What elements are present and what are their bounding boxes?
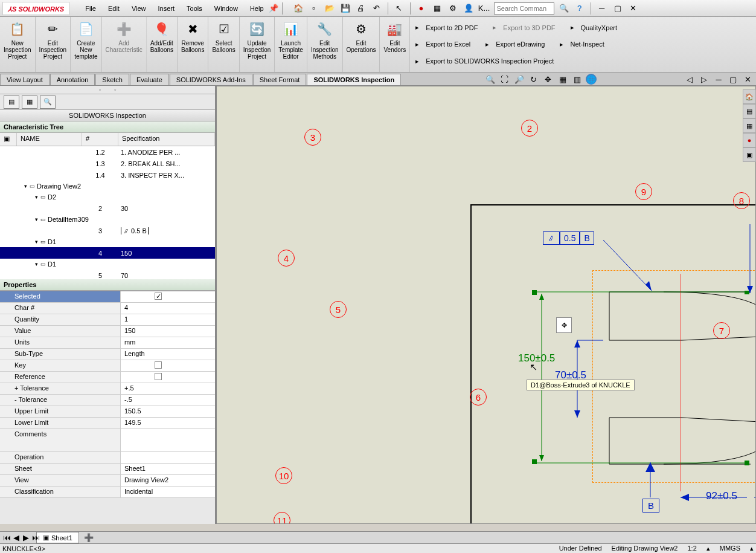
tab-sketch[interactable]: Sketch [95,74,129,85]
ribbon-launch[interactable]: 📊LaunchTemplateEditor [275,17,307,72]
ribbon-new[interactable]: 📋NewInspectionProject [0,17,36,72]
prop-row-subtype[interactable]: Sub-TypeLength [0,349,215,360]
ribbon-create[interactable]: 📄CreateNewtemplate [71,17,101,72]
ribbon-remove[interactable]: ✖RemoveBalloons [178,17,208,72]
add-sheet-icon[interactable]: ➕ [83,532,95,544]
minimize-icon[interactable]: ─ [596,2,608,15]
save-icon[interactable]: 💾 [339,2,351,15]
balloon-4[interactable]: 4 [278,250,295,267]
tab-evaluate[interactable]: Evaluate [130,74,169,85]
menu-insert[interactable]: Insert [156,4,178,13]
win-min-icon[interactable]: ─ [713,73,725,85]
ribbon-link-export-to-solidworks-inspection-project[interactable]: ▸Export to SOLIDWORKS Inspection Project [412,56,554,66]
ribbon-edit[interactable]: ⚙EditOperations [343,17,380,72]
balloon-10[interactable]: 10 [275,467,292,484]
rt-prop-icon[interactable]: ▦ [743,118,756,133]
prop-row-value[interactable]: Value150 [0,326,215,337]
tree-row[interactable]: 570 [0,270,215,279]
k-button[interactable]: K... [478,2,490,15]
home-icon[interactable]: 🏠 [292,2,304,15]
ribbon-edit[interactable]: 🔧EditInspectionMethods [307,17,343,72]
tab-view-layout[interactable]: View Layout [0,74,50,85]
win-max-icon[interactable]: ▢ [727,73,739,85]
tree-group[interactable]: ▾▭DetailItem309 [0,214,215,225]
prop-row-key[interactable]: Key [0,360,215,372]
balloon-5[interactable]: 5 [330,301,347,318]
menu-help[interactable]: Help [248,4,266,13]
prop-row-tolerance[interactable]: + Tolerance+.5 [0,383,215,395]
tab-next-icon[interactable]: ▶ [22,532,30,544]
close-icon[interactable]: ✕ [627,2,639,15]
tab-prev-icon[interactable]: ◀ [12,532,21,544]
sheet-tab[interactable]: ▣ Sheet1 [36,532,79,543]
ribbon-edit[interactable]: ✏EditInspectionProject [36,17,71,72]
prop-row-lowerlimit[interactable]: Lower Limit149.5 [0,418,215,429]
view2-icon[interactable]: ▥ [571,73,583,85]
ribbon-link-export-to-2d-pdf[interactable]: ▸Export to 2D PDF [412,23,478,33]
help-icon[interactable]: ? [574,2,586,15]
pan-icon[interactable]: ✥ [542,73,554,85]
balloon-3[interactable]: 3 [304,129,321,146]
panel-tab-list[interactable]: ▦ [22,95,37,109]
settings-icon[interactable]: ⚙ [447,2,459,15]
view-icon[interactable]: ▦ [557,73,569,85]
move-handle-icon[interactable]: ✥ [556,317,572,333]
pin-icon[interactable]: 📌 [267,2,280,15]
tree-row[interactable]: 4150 [0,247,215,259]
status-units[interactable]: MMGS [720,545,740,552]
prop-row-units[interactable]: Unitsmm [0,337,215,349]
prop-row-view[interactable]: ViewDrawing View2 [0,475,215,487]
balloon-7[interactable]: 7 [713,322,730,339]
ribbon-link-qualityxpert[interactable]: ▸QualityXpert [568,23,618,33]
rebuild-icon[interactable]: ● [415,2,428,15]
ribbon-link-export-edrawing[interactable]: ▸Export eDrawing [482,39,545,49]
menu-view[interactable]: View [129,4,149,13]
tree-group[interactable]: ▾▭D1 [0,259,215,270]
prop-row-reference[interactable]: Reference [0,372,215,383]
menu-window[interactable]: Window [212,4,240,13]
prop-row-comments[interactable]: Comments [0,429,215,452]
new-icon[interactable]: ▫ [308,2,320,15]
print-icon[interactable]: 🖨 [355,2,367,15]
ribbon-update[interactable]: 🔄UpdateInspectionProject [240,17,275,72]
maximize-icon[interactable]: ▢ [612,2,624,15]
tab-solidworks-add-ins[interactable]: SOLIDWORKS Add-Ins [170,74,252,85]
balloon-6[interactable]: 6 [470,389,487,406]
zoom-area-icon[interactable]: ⛶ [499,73,511,85]
tab-sheet-format[interactable]: Sheet Format [253,74,307,85]
prop-row-char[interactable]: Char #4 [0,303,215,314]
win-close-icon[interactable]: ✕ [742,73,754,85]
properties-grid[interactable]: Selected✓Char #4Quantity1Value150Unitsmm… [0,291,215,524]
ribbon-select[interactable]: ☑SelectBalloons [208,17,239,72]
tree-group[interactable]: ▾▭D1 [0,236,215,247]
rt-appear-icon[interactable]: ● [743,133,756,147]
rotate-icon[interactable]: ↻ [528,73,540,85]
prop-row-quantity[interactable]: Quantity1 [0,314,215,326]
balloon-9[interactable]: 9 [635,183,652,200]
prop-row-tolerance[interactable]: - Tolerance-.5 [0,395,215,406]
ribbon-link-net-inspect[interactable]: ▸Net-Inspect [557,39,604,49]
panel-tab-tree[interactable]: ▤ [4,95,19,109]
zoom-icon[interactable]: 🔎 [513,73,525,85]
datum-b[interactable]: B [642,499,659,513]
balloon-11[interactable]: 11 [274,512,290,524]
prop-row-classification[interactable]: ClassificationIncidental [0,487,215,498]
rt-layers-icon[interactable]: ▤ [743,104,756,118]
prop-row-sheet[interactable]: SheetSheet1 [0,464,215,475]
ribbon-edit[interactable]: 🏭EditVendors [380,17,410,72]
tree-body[interactable]: 1.21. ANODIZE PER ...1.32. BREAK ALL SH.… [0,146,215,279]
menu-file[interactable]: File [83,4,98,13]
win-back-icon[interactable]: ◁ [684,73,696,85]
tab-last-icon[interactable]: ⏭ [31,532,40,544]
prop-row-operation[interactable]: Operation [0,452,215,464]
rt-custom-icon[interactable]: ▣ [743,147,756,162]
globe-icon[interactable]: 🌐 [586,74,597,85]
tab-annotation[interactable]: Annotation [50,74,95,85]
ribbon-addedit[interactable]: 🎈Add/EditBalloons [147,17,178,72]
win-fwd-icon[interactable]: ▷ [698,73,710,85]
search-icon[interactable]: 🔍 [558,2,570,15]
menu-tools[interactable]: Tools [184,4,205,13]
prop-row-selected[interactable]: Selected✓ [0,291,215,303]
zoom-fit-icon[interactable]: 🔍 [484,73,496,85]
tree-row[interactable]: 1.43. INSPECT PER X... [0,169,215,181]
